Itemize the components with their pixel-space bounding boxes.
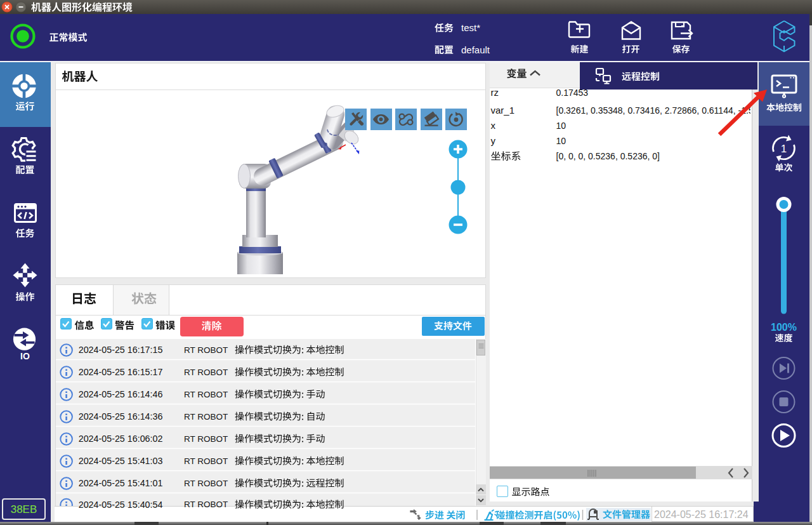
- svg-text:1: 1: [781, 143, 787, 155]
